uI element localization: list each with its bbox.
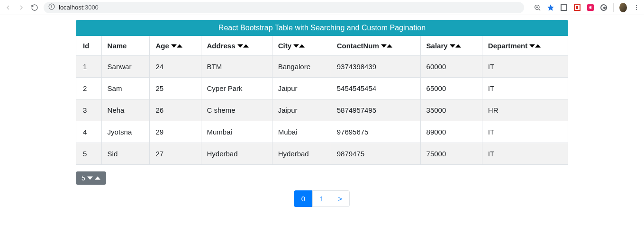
extension-icon-frame[interactable] (560, 4, 568, 11)
extension-icon-badge[interactable]: ✱ (587, 4, 594, 11)
svg-marker-21 (529, 44, 535, 47)
table-cell: 3 (76, 99, 102, 121)
svg-marker-18 (387, 44, 392, 47)
column-label: Age (155, 42, 169, 50)
svg-line-6 (539, 9, 540, 10)
table-cell: Jaipur (272, 99, 331, 121)
svg-marker-17 (381, 44, 387, 47)
table-cell: 9879475 (331, 143, 420, 165)
table-cell: IT (482, 56, 568, 78)
sort-icon (450, 44, 461, 48)
table-cell: IT (482, 121, 568, 143)
column-header[interactable]: City (272, 36, 331, 56)
table-cell: HR (482, 99, 568, 121)
column-label: Department (488, 42, 527, 50)
svg-marker-20 (455, 44, 461, 47)
column-header[interactable]: Address (201, 36, 272, 56)
sort-icon (293, 44, 305, 48)
table-cell: Sid (101, 143, 150, 165)
svg-marker-24 (95, 176, 100, 179)
svg-point-2 (52, 5, 52, 6)
column-header[interactable]: ContactNum (331, 36, 420, 56)
pagination-page[interactable]: 0 (294, 190, 313, 207)
column-header: Name (101, 36, 150, 56)
page-content: React Bootstrap Table with Searching and… (0, 15, 644, 212)
table-cell: 29 (150, 121, 201, 143)
svg-marker-15 (293, 44, 299, 47)
bookmark-star-icon[interactable] (547, 4, 554, 11)
table-row: 2Sam25Cyper ParkJaipur545454545465000IT (76, 78, 568, 99)
info-icon (48, 3, 55, 11)
column-label: Address (207, 42, 236, 50)
table-cell: Cyper Park (201, 78, 272, 99)
column-label: Salary (426, 42, 448, 50)
nav-forward-button[interactable] (17, 3, 26, 12)
table-cell: 26 (150, 99, 201, 121)
pagination-next[interactable]: > (331, 190, 350, 207)
svg-marker-11 (171, 44, 177, 47)
nav-back-button[interactable] (4, 3, 12, 12)
table-cell: Neha (101, 99, 150, 121)
table-cell: 97695675 (331, 121, 420, 143)
column-header[interactable]: Age (150, 36, 201, 56)
svg-point-8 (636, 5, 637, 6)
table-cell: 5 (76, 143, 102, 165)
table-cell: 60000 (420, 56, 482, 78)
table-cell: BTM (201, 56, 272, 78)
sort-icon (529, 44, 541, 48)
browser-menu-icon[interactable] (633, 4, 640, 11)
data-table: IdNameAgeAddressCityContactNumSalaryDepa… (76, 36, 568, 165)
column-label: ContactNum (337, 42, 379, 50)
sort-icon (171, 44, 182, 48)
profile-avatar[interactable] (619, 4, 627, 11)
browser-toolbar: localhost:3000 ✱ (0, 0, 644, 15)
table-cell: Mubai (272, 121, 331, 143)
table-row: 1Sanwar24BTMBangalore937439843960000IT (76, 56, 568, 78)
table-cell: 5454545454 (331, 78, 420, 99)
table-cell: Jaipur (272, 78, 331, 99)
column-header: Id (76, 36, 102, 56)
table-cell: Jyotsna (101, 121, 150, 143)
table-cell: Hyderbad (272, 143, 331, 165)
table-cell: Hyderbad (201, 143, 272, 165)
table-cell: Mumbai (201, 121, 272, 143)
toolbar-divider (613, 3, 614, 12)
nav-reload-button[interactable] (30, 3, 39, 12)
table-cell: 35000 (420, 99, 482, 121)
table-cell: Sam (101, 78, 150, 99)
svg-marker-22 (535, 44, 541, 47)
zoom-icon[interactable] (534, 4, 541, 11)
column-header[interactable]: Salary (420, 36, 482, 56)
table-cell: Sanwar (101, 56, 150, 78)
table-cell: 75000 (420, 143, 482, 165)
table-cell: 1 (76, 56, 102, 78)
page-size-value: 5 (82, 174, 85, 182)
page-title: React Bootstrap Table with Searching and… (76, 20, 568, 36)
table-cell: 24 (150, 56, 201, 78)
table-cell: 4 (76, 121, 102, 143)
svg-point-9 (636, 7, 637, 8)
table-cell: C sheme (201, 99, 272, 121)
table-cell: Bangalore (272, 56, 331, 78)
table-cell: 89000 (420, 121, 482, 143)
column-header[interactable]: Department (482, 36, 568, 56)
table-cell: IT (482, 78, 568, 99)
column-label: Name (108, 42, 127, 50)
url-bar[interactable]: localhost:3000 (44, 2, 524, 13)
svg-marker-13 (237, 44, 243, 47)
svg-marker-19 (450, 44, 455, 47)
svg-marker-12 (177, 44, 182, 47)
caret-up-icon (95, 174, 100, 182)
page-size-dropdown[interactable]: 5 (76, 171, 106, 185)
extension-icons: ✱ (534, 3, 640, 12)
sort-icon (237, 44, 249, 48)
table-cell: IT (482, 143, 568, 165)
table-cell: 5874957495 (331, 99, 420, 121)
table-cell: 27 (150, 143, 201, 165)
table-cell: 65000 (420, 78, 482, 99)
pagination-page[interactable]: 1 (312, 190, 331, 207)
extension-icon-record[interactable] (573, 4, 581, 11)
extension-icon-globe[interactable] (600, 4, 608, 11)
table-cell: 9374398439 (331, 56, 420, 78)
table-row: 4Jyotsna29MumbaiMubai9769567589000IT (76, 121, 568, 143)
